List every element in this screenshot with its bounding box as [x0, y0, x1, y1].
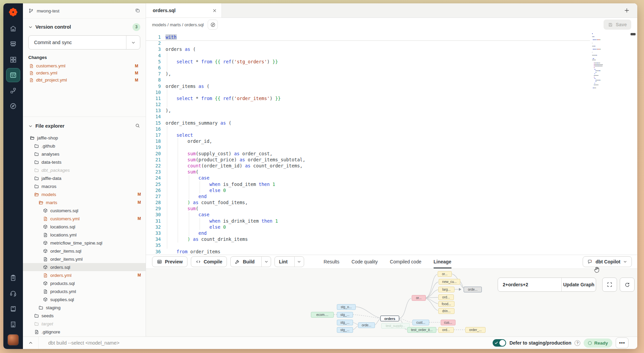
code-line[interactable]: 5 select * from {{ ref('stg_orders') }}: [146, 59, 637, 65]
code-line[interactable]: 13),: [146, 107, 637, 114]
lineage-node-stg[interactable]: stg_...: [337, 312, 353, 318]
code-line[interactable]: 1with: [146, 34, 637, 40]
code-line[interactable]: 20 sum(supply_cost) as order_cost,: [146, 151, 637, 157]
tree-item-locations-sql[interactable]: locations.sql: [23, 223, 146, 231]
code-line[interactable]: 24 case: [146, 175, 637, 181]
code-line[interactable]: 29 sum(: [146, 205, 637, 212]
tree-item-marts[interactable]: martsM: [23, 198, 146, 206]
code-line[interactable]: 2: [146, 40, 637, 46]
tree-item-orders-yml[interactable]: orders.ymlM: [23, 271, 146, 279]
build-options-caret[interactable]: [261, 257, 271, 267]
lineage-node-food[interactable]: food...: [438, 301, 455, 307]
lint-options-caret[interactable]: [294, 257, 304, 267]
save-button[interactable]: Save: [604, 20, 631, 30]
lineage-node-orders[interactable]: orders: [380, 316, 399, 321]
commit-and-sync-button[interactable]: Commit and sync: [28, 35, 140, 50]
tree-item-jaffle-data[interactable]: jaffle-data: [23, 174, 146, 182]
tree-item-customers-yml[interactable]: customers.ymlM: [23, 215, 146, 223]
code-editor-icon[interactable]: [6, 68, 20, 82]
tree-item-products-sql[interactable]: products.sql: [23, 279, 146, 287]
tree-item-metricflow-time-spine-sql[interactable]: metricflow_time_spine.sql: [23, 239, 146, 247]
lineage-node-ecom[interactable]: ecom....: [311, 312, 334, 318]
lineage-node-testorderit[interactable]: test_order_it...: [407, 327, 436, 333]
editor-minimap[interactable]: [592, 33, 613, 91]
code-editor[interactable]: 1with23orders as (45 select * from {{ re…: [146, 31, 637, 255]
lint-button[interactable]: Lint: [274, 256, 304, 267]
code-line[interactable]: 36 from order_items: [146, 249, 637, 255]
lineage-selector-input[interactable]: 2+orders+2: [498, 278, 562, 291]
editor-scrollbar[interactable]: [631, 33, 636, 35]
version-control-header[interactable]: Version control 3: [28, 21, 140, 33]
code-line[interactable]: 23 sum(: [146, 169, 637, 175]
tree-item-seeds[interactable]: seeds: [23, 312, 146, 320]
tree-item-locations-yml[interactable]: locations.yml: [23, 231, 146, 239]
dbt-copilot-button[interactable]: dbt Copilot: [583, 256, 632, 267]
lineage-node-stgo[interactable]: stg_o...: [337, 304, 356, 310]
more-options-button[interactable]: •••: [616, 338, 628, 348]
tree-item-order-items-yml[interactable]: order_items.yml: [23, 255, 146, 263]
compass-icon[interactable]: [6, 99, 20, 113]
grid-icon[interactable]: [6, 53, 20, 67]
defer-toggle[interactable]: [493, 339, 506, 347]
lineage-node-testsupply[interactable]: test_supply...: [381, 323, 410, 329]
code-line[interactable]: 22 count(order_item_id) as count_order_i…: [146, 163, 637, 169]
new-tab-button[interactable]: [624, 7, 630, 13]
code-line[interactable]: 7),: [146, 71, 637, 77]
code-line[interactable]: 12: [146, 101, 637, 107]
code-line[interactable]: 6: [146, 65, 637, 71]
lineage-node-larg[interactable]: larg...: [438, 287, 455, 292]
code-line[interactable]: 35: [146, 242, 637, 248]
code-line[interactable]: 31 when is_drink_item then 1: [146, 218, 637, 224]
code-line[interactable]: 27 end: [146, 193, 637, 199]
tree-item-target[interactable]: target: [23, 320, 146, 328]
tree-item-jaffle-shop[interactable]: jaffle-shop: [23, 134, 146, 142]
command-input[interactable]: dbt build --select <model_name>: [48, 340, 119, 346]
file-explorer-header[interactable]: File explorer: [23, 120, 146, 132]
tree-item-dbt-packages[interactable]: dbt_packages: [23, 166, 146, 174]
code-line[interactable]: 3orders as (: [146, 46, 637, 52]
result-tab-code-quality[interactable]: Code quality: [352, 255, 378, 268]
preview-button[interactable]: Preview: [152, 256, 187, 267]
code-line[interactable]: 11 select * from {{ ref('order_items') }…: [146, 95, 637, 101]
lineage-node-stg[interactable]: stg_...: [337, 320, 353, 325]
book-icon[interactable]: [6, 302, 20, 316]
code-line[interactable]: 25 when is_food_item then 1: [146, 181, 637, 187]
tree-item-products-yml[interactable]: products.yml: [23, 287, 146, 295]
result-tab-compiled-code[interactable]: Compiled code: [390, 255, 421, 268]
tree-item-models[interactable]: modelsM: [23, 190, 146, 198]
lineage-node-stg[interactable]: stg_...: [337, 327, 353, 333]
result-tab-results[interactable]: Results: [324, 255, 340, 268]
code-line[interactable]: 10: [146, 89, 637, 95]
code-line[interactable]: 15order_items_summary as (: [146, 120, 637, 126]
code-line[interactable]: 8: [146, 77, 637, 83]
tree-item-order-items-sql[interactable]: order_items.sql: [23, 247, 146, 255]
result-tab-lineage[interactable]: Lineage: [434, 255, 451, 268]
code-line[interactable]: 4: [146, 53, 637, 59]
copy-icon[interactable]: [135, 8, 140, 14]
lineage-node-orde[interactable]: orde...: [464, 287, 482, 292]
commit-options-caret[interactable]: [126, 36, 140, 49]
fork-icon[interactable]: [6, 84, 20, 98]
headset-icon[interactable]: [6, 286, 20, 300]
code-line[interactable]: 28 ) as count_food_items,: [146, 199, 637, 205]
code-line[interactable]: 17 select: [146, 132, 637, 138]
lineage-node-newcu[interactable]: new_cu...: [439, 279, 460, 285]
lineage-node-drin[interactable]: drin...: [438, 308, 455, 314]
tab-orders-sql[interactable]: orders.sql: [146, 3, 222, 18]
close-icon[interactable]: [212, 8, 217, 13]
tree-item-macros[interactable]: macros: [23, 182, 146, 190]
tree-item--gitignore[interactable]: .gitignore: [23, 328, 146, 336]
clipboard-icon[interactable]: [6, 271, 20, 285]
code-line[interactable]: 33 end: [146, 230, 637, 236]
build-button[interactable]: Build: [230, 256, 271, 267]
lineage-node-order[interactable]: order_...: [465, 327, 486, 333]
code-line[interactable]: 19: [146, 144, 637, 150]
lineage-node-or[interactable]: or...: [438, 271, 452, 277]
code-line[interactable]: 14: [146, 114, 637, 120]
git-branch-row[interactable]: mwong-test: [23, 3, 146, 19]
building-icon[interactable]: [6, 317, 20, 331]
tree-item--github[interactable]: .github: [23, 142, 146, 150]
refresh-button[interactable]: [620, 278, 635, 292]
tree-item-supplies-sql[interactable]: supplies.sql: [23, 295, 146, 303]
tree-item-analyses[interactable]: analyses: [23, 150, 146, 158]
